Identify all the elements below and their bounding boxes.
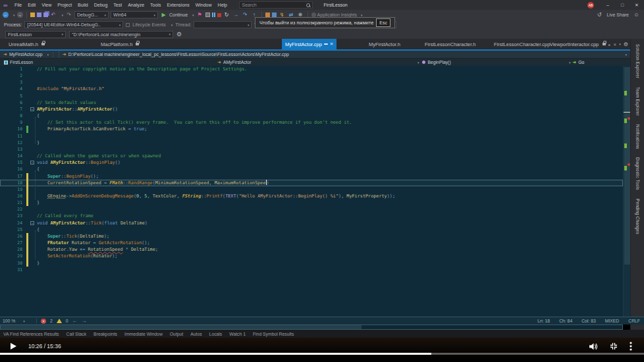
code-line-26[interactable]: 26Super::Tick(DeltaTime);: [0, 233, 623, 240]
context-class[interactable]: ➜ AMyFirstActor: [217, 60, 252, 65]
account-avatar[interactable]: AB: [587, 2, 594, 9]
tab-firstlessoncharacter-h[interactable]: FirstLessonCharacter.h: [421, 39, 479, 49]
context-member[interactable]: ▾ BeginPlay(): [415, 60, 451, 65]
va-find-icon[interactable]: [272, 13, 277, 17]
minimize-button[interactable]: –: [601, 0, 615, 10]
code-line-28[interactable]: 28Rotator.Yaw += RotationSpeed * DeltaTi…: [0, 246, 623, 253]
navigate-forward-icon[interactable]: →: [17, 12, 23, 18]
fold-toggle-icon[interactable]: −: [30, 221, 34, 225]
menu-view[interactable]: View: [39, 3, 55, 7]
code-line-13[interactable]: 13: [0, 146, 623, 153]
tab-unrealmath-h[interactable]: UnrealMath.h: [5, 39, 48, 49]
maximize-button[interactable]: □: [615, 0, 630, 10]
code-line-14[interactable]: 14// Called when the game starts or when…: [0, 153, 623, 159]
menu-help[interactable]: Help: [215, 3, 230, 7]
breakpoint-flag-icon[interactable]: ⚑: [196, 11, 203, 18]
code-line-3[interactable]: 3: [0, 79, 623, 86]
panel-tab-va-find-references-results[interactable]: VA Find References Results: [3, 332, 59, 336]
menu-build[interactable]: Build: [75, 3, 92, 7]
save-icon[interactable]: [37, 13, 41, 17]
save-all-icon[interactable]: [43, 13, 48, 17]
platform-select[interactable]: Win64▾: [111, 11, 158, 18]
thread-select[interactable]: ▾: [194, 21, 252, 28]
tab-list-dropdown-icon[interactable]: ▾: [619, 42, 621, 46]
panel-tab-find-symbol-results[interactable]: Find Symbol Results: [253, 332, 294, 336]
tabbar-gear-icon[interactable]: ⚙: [624, 41, 628, 47]
close-tab-icon[interactable]: ✕: [330, 41, 333, 47]
application-insights-button[interactable]: Application Insights▾: [311, 13, 363, 17]
code-line-24[interactable]: 24−void AMyFirstActor::Tick(float DeltaT…: [0, 220, 623, 226]
screenshot-icon[interactable]: [205, 13, 210, 17]
lifecycle-events-button[interactable]: Lifecycle Events: [132, 22, 166, 27]
code-line-17[interactable]: 17Super::BeginPlay();: [0, 173, 623, 180]
panel-tab-output[interactable]: Output: [170, 332, 183, 336]
stop-icon[interactable]: [217, 13, 221, 17]
play-button[interactable]: [11, 343, 16, 349]
step-over-icon[interactable]: ↷: [242, 11, 249, 18]
tab-viewportinteractor[interactable]: ViewportInteractor.cpp: [550, 41, 599, 47]
settings-gear-icon[interactable]: ⚙: [176, 32, 182, 38]
code-line-8[interactable]: 8{: [0, 113, 623, 119]
fold-toggle-icon[interactable]: −: [30, 161, 34, 165]
va-go-button[interactable]: ▾➜ Go: [566, 60, 584, 65]
va-open-file-icon[interactable]: [265, 13, 270, 17]
live-share-button[interactable]: Live Share: [607, 13, 629, 17]
code-line-11[interactable]: 11: [0, 133, 623, 140]
engine-path-select[interactable]: "D:\Perforce\Local machine\engin▾: [69, 31, 173, 38]
code-line-18[interactable]: 18CurrentRotationSpeed = FMath::RandRang…: [0, 180, 623, 186]
menu-project[interactable]: Project: [55, 3, 75, 7]
code-line-19[interactable]: 19: [0, 186, 623, 193]
menu-edit[interactable]: Edit: [25, 3, 39, 7]
panel-tab-watch-1[interactable]: Watch 1: [229, 332, 246, 336]
undo-icon[interactable]: ↶: [50, 11, 57, 18]
code-editor[interactable]: 1// Fill out your copyright notice in th…: [0, 66, 623, 317]
pin-icon[interactable]: [324, 43, 328, 45]
breadcrumb-path[interactable]: ➜ D:\Perforce\Local machine\engineer_loc…: [59, 51, 292, 58]
code-line-10[interactable]: 10PrimaryActorTick.bCanEverTick = true;: [0, 126, 623, 132]
next-issue-icon[interactable]: →: [82, 318, 87, 324]
code-line-4[interactable]: 4#include "MyFirstActor.h": [0, 86, 623, 92]
code-line-15[interactable]: 15−void AMyFirstActor::BeginPlay(): [0, 159, 623, 166]
tab-overflow-icon[interactable]: ▸: [608, 42, 610, 47]
code-line-27[interactable]: 27FRotator Rotator = GetActorRotation();: [0, 240, 623, 246]
encoding-indicator[interactable]: MIXED: [605, 319, 620, 323]
tab-close-icon[interactable]: ✕: [613, 42, 616, 47]
pause-icon[interactable]: [212, 13, 215, 17]
side-tab-diagnostic-tools[interactable]: Diagnostic Tools: [635, 157, 640, 190]
solution-config-select[interactable]: DebugG...▾: [74, 11, 109, 18]
process-select[interactable]: [20544] UE4Editor-Win64-DebugG..▾: [24, 21, 123, 28]
code-line-31[interactable]: 31: [0, 267, 623, 273]
code-line-6[interactable]: 6// Sets default values: [0, 99, 623, 106]
breadcrumb-dropdown-icon[interactable]: ▾: [625, 53, 627, 57]
continue-dropdown[interactable]: ▾: [192, 13, 194, 17]
code-line-20[interactable]: 20GEngine->AddOnScreenDebugMessage(0, 5,…: [0, 193, 623, 199]
navigate-back-icon[interactable]: ←: [3, 12, 9, 18]
code-line-22[interactable]: 22: [0, 206, 623, 213]
side-tab-pending-changes[interactable]: Pending Changes: [635, 199, 640, 234]
tab-myfirstactor-h[interactable]: MyFirstActor.h: [365, 39, 404, 49]
undo-dropdown[interactable]: ▾: [62, 13, 64, 17]
open-file-icon[interactable]: [30, 13, 35, 17]
close-button[interactable]: ✕: [630, 0, 644, 10]
more-options-icon[interactable]: [630, 342, 632, 351]
code-line-2[interactable]: 2: [0, 72, 623, 79]
menu-extensions[interactable]: Extensions: [164, 3, 192, 7]
menu-window[interactable]: Window: [192, 3, 215, 7]
error-count[interactable]: 2: [50, 319, 53, 323]
menu-test[interactable]: Test: [111, 3, 125, 7]
editor-scrollbar[interactable]: [623, 66, 630, 317]
tab-myfirstactor-cpp[interactable]: MyFirstActor.cpp✕: [282, 39, 336, 49]
video-seek-bar[interactable]: [0, 353, 644, 355]
breadcrumb-file[interactable]: ➜ MyFirstActor.cpp ▾⋮: [0, 51, 59, 58]
side-tab-solution-explorer[interactable]: Solution Explorer: [635, 44, 640, 78]
continue-button[interactable]: Continue: [169, 13, 188, 17]
menu-file[interactable]: File: [11, 3, 24, 7]
code-line-7[interactable]: 7−AMyFirstActor::AMyFirstActor(): [0, 106, 623, 113]
code-line-25[interactable]: 25{: [0, 226, 623, 233]
code-line-29[interactable]: 29SetActorRotation(Rotator);: [0, 253, 623, 259]
code-line-30[interactable]: 30}: [0, 260, 623, 267]
search-input[interactable]: Search: [239, 1, 313, 9]
line-ending-indicator[interactable]: CRLF: [628, 319, 640, 323]
zoom-select[interactable]: 100 %▾: [3, 319, 37, 323]
feedback-icon[interactable]: ☺: [633, 11, 640, 18]
